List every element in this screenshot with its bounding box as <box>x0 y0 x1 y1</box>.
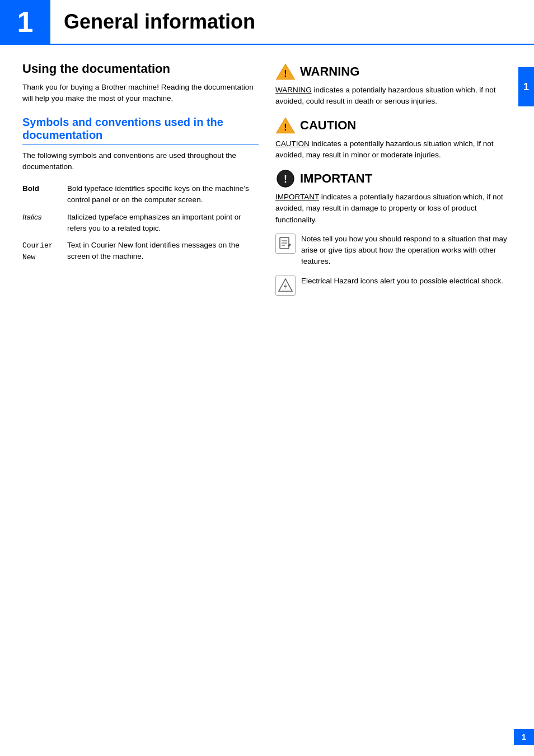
left-column: Using the documentation Thank you for bu… <box>22 62 259 304</box>
note-icon <box>275 234 296 254</box>
important-icon: ! <box>275 169 296 189</box>
electrical-text: Electrical Hazard icons alert you to pos… <box>301 276 503 287</box>
section1-intro: Thank you for buying a Brother machine! … <box>22 82 259 105</box>
section1-title: Using the documentation <box>22 62 259 76</box>
warning-text: WARNING indicates a potentially hazardou… <box>275 85 512 108</box>
conventions-table: Bold Bold typeface identifies specific k… <box>22 180 259 265</box>
chapter-number: 1 <box>17 7 34 36</box>
chapter-number-box: 1 <box>0 0 50 44</box>
caution-underline: CAUTION <box>275 139 310 148</box>
svg-text:!: ! <box>284 68 287 78</box>
convention-bold: Bold Bold typeface identifies specific k… <box>22 180 259 209</box>
section-using-documentation: Using the documentation Thank you for bu… <box>22 62 259 105</box>
svg-marker-10 <box>279 279 292 291</box>
warning-underline: WARNING <box>275 86 312 94</box>
important-text: IMPORTANT indicates a potentially hazard… <box>275 192 512 226</box>
main-content: Using the documentation Thank you for bu… <box>0 45 534 326</box>
right-column: ! WARNING WARNING indicates a potentiall… <box>275 62 512 304</box>
electrical-block: Electrical Hazard icons alert you to pos… <box>275 276 512 296</box>
warning-block: ! WARNING WARNING indicates a potentiall… <box>275 62 512 108</box>
section2-title: Symbols and conventions used in the docu… <box>22 116 259 144</box>
caution-title: CAUTION <box>300 118 356 133</box>
important-block: ! IMPORTANT IMPORTANT indicates a potent… <box>275 169 512 226</box>
caution-text: CAUTION indicates a potentially hazardou… <box>275 138 512 161</box>
caution-block: ! CAUTION CAUTION indicates a potentiall… <box>275 115 512 161</box>
note-text: Notes tell you how you should respond to… <box>301 234 512 268</box>
convention-courier: CourierNew Text in Courier New font iden… <box>22 237 259 265</box>
convention-term-courier: CourierNew <box>22 241 53 262</box>
note-block: Notes tell you how you should respond to… <box>275 234 512 268</box>
warning-title: WARNING <box>300 64 359 79</box>
warning-header: ! WARNING <box>275 62 512 82</box>
warning-icon: ! <box>275 62 296 82</box>
svg-text:!: ! <box>284 122 287 132</box>
important-title: IMPORTANT <box>300 171 372 186</box>
convention-desc-bold: Bold typeface identifies specific keys o… <box>67 180 259 209</box>
caution-header: ! CAUTION <box>275 115 512 136</box>
convention-term-italics: Italics <box>22 213 42 221</box>
page-number-box: 1 <box>514 729 534 745</box>
page-number: 1 <box>522 732 526 741</box>
page-header: 1 General information <box>0 0 534 45</box>
side-tab: 1 <box>518 67 534 106</box>
svg-text:!: ! <box>284 174 287 185</box>
caution-icon: ! <box>275 115 296 136</box>
convention-italics: Italics Italicized typeface emphasizes a… <box>22 209 259 237</box>
convention-term-bold: Bold <box>22 184 39 193</box>
section-symbols: Symbols and conventions used in the docu… <box>22 116 259 266</box>
convention-desc-courier: Text in Courier New font identifies mess… <box>67 237 259 265</box>
convention-desc-italics: Italicized typeface emphasizes an import… <box>67 209 259 237</box>
important-underline: IMPORTANT <box>275 193 319 201</box>
chapter-title: General information <box>50 0 255 44</box>
important-header: ! IMPORTANT <box>275 169 512 189</box>
section2-intro: The following symbols and conventions ar… <box>22 150 259 173</box>
electrical-hazard-icon <box>275 276 296 296</box>
